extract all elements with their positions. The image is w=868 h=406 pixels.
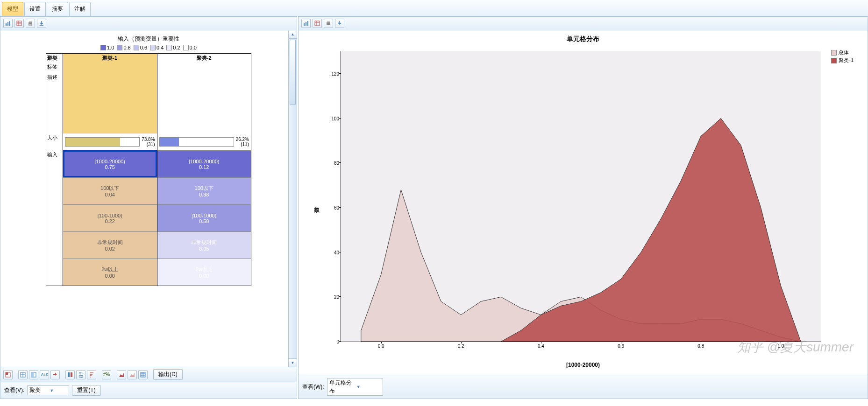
col-header-1[interactable]: 聚类-1: [63, 54, 157, 63]
chart-icon-r[interactable]: [301, 19, 311, 28]
chart-legend-item: 总体: [831, 49, 854, 56]
svg-rect-0: [6, 23, 7, 26]
svg-rect-31: [327, 22, 330, 25]
tab-model[interactable]: 模型: [2, 2, 23, 16]
grid3-icon[interactable]: [138, 370, 148, 379]
legend-swatch: 0.4: [150, 45, 164, 50]
desc-cell-2[interactable]: [157, 73, 251, 133]
table-icon[interactable]: [14, 19, 24, 28]
size-cell-2[interactable]: 26.2%(11): [157, 133, 251, 150]
input-cell[interactable]: 非常规时间0.02: [63, 231, 157, 259]
row-header-desc: 描述: [46, 73, 63, 133]
svg-rect-17: [31, 372, 34, 377]
left-footer-toolbar: A↓Z C1C2 #% 输出(D): [0, 367, 297, 382]
input-cell[interactable]: [1000-20000)0.75: [63, 150, 157, 177]
row-header-cluster: 聚类: [46, 54, 63, 63]
size-n-2: (11): [236, 142, 249, 147]
view-combo-left[interactable]: 聚类▼: [27, 385, 69, 395]
view-label-left: 查看(V):: [4, 386, 24, 394]
svg-rect-18: [68, 372, 70, 377]
left-pane: 输入（预测变量）重要性 1.00.80.60.40.20.0 聚类 聚类-1 聚…: [0, 16, 297, 399]
desc-cell-1[interactable]: [63, 73, 157, 133]
right-pane: 单元格分布 总体聚类-1 频率 0204060801001200.00.20.4…: [298, 16, 868, 399]
area2-icon[interactable]: [128, 370, 137, 379]
input-cell[interactable]: [100-1000)0.50: [157, 204, 251, 231]
label-cell-2[interactable]: [157, 63, 251, 73]
chart-title: 单元格分布: [308, 35, 858, 43]
right-body: 单元格分布 总体聚类-1 频率 0204060801001200.00.20.4…: [299, 30, 868, 375]
export-icon-r[interactable]: [335, 19, 344, 28]
input-cell[interactable]: 2w以上0.00: [63, 259, 157, 286]
tab-annotation[interactable]: 注解: [69, 2, 91, 16]
svg-rect-2: [9, 21, 10, 26]
legend-swatch: 0.0: [183, 45, 197, 50]
left-scrollbar[interactable]: ▲ ▼: [288, 30, 297, 367]
legend-swatch: 1.0: [100, 45, 114, 50]
size-pct-2: 26.2%: [236, 137, 249, 142]
svg-rect-28: [315, 21, 320, 26]
right-bottom-bar: 查看(W): 单元格分布▼: [299, 375, 868, 399]
reset-button[interactable]: 重置(T): [72, 385, 100, 396]
input-cell[interactable]: [100-1000)0.22: [63, 204, 157, 231]
area1-icon[interactable]: [117, 370, 126, 379]
inputs-col-2: [1000-20000)0.12100以下0.38[100-1000)0.50非…: [157, 150, 251, 286]
view-value-left: 聚类: [29, 386, 47, 394]
svg-rect-3: [17, 21, 21, 26]
svg-rect-1: [7, 22, 8, 26]
chart-icon[interactable]: [3, 19, 13, 28]
row-header-input: 输入: [46, 150, 63, 286]
input-cell[interactable]: [1000-20000)0.12: [157, 150, 251, 177]
top-tabs: 模型 设置 摘要 注解: [0, 0, 868, 16]
label-cell-1[interactable]: [63, 63, 157, 73]
percent-icon[interactable]: #%: [102, 370, 111, 379]
chart-xlabel: [1000-20000): [566, 362, 600, 368]
table-icon-r[interactable]: [313, 19, 322, 28]
grid-blue1-icon[interactable]: [18, 370, 28, 379]
grid-blue2-icon[interactable]: [29, 370, 38, 379]
transpose-icon[interactable]: [50, 370, 60, 379]
scroll-down-icon[interactable]: ▼: [289, 358, 297, 367]
cluster-table: 聚类 聚类-1 聚类-2 标签 描述: [46, 53, 251, 286]
svg-rect-27: [307, 21, 308, 26]
chart-area: 单元格分布 总体聚类-1 频率 0204060801001200.00.20.4…: [308, 35, 858, 370]
svg-rect-20: [141, 372, 145, 377]
svg-rect-9: [29, 24, 32, 26]
input-cell[interactable]: 100以下0.38: [157, 177, 251, 204]
legend-swatch: 0.6: [134, 45, 147, 50]
svg-rect-12: [6, 372, 8, 375]
print-icon[interactable]: [26, 19, 35, 28]
row-header-size: 大小: [46, 133, 63, 150]
col-header-2[interactable]: 聚类-2: [157, 54, 251, 63]
legend-swatch: 0.8: [117, 45, 130, 50]
export-icon[interactable]: [37, 19, 46, 28]
view-combo-right[interactable]: 单元格分布▼: [327, 378, 383, 396]
pivot-icon[interactable]: [65, 370, 75, 379]
view-label-right: 查看(W):: [302, 383, 324, 391]
size-n-1: (31): [142, 142, 155, 147]
importance-legend: 1.00.80.60.40.20.0: [46, 45, 251, 50]
right-toolbar: [299, 17, 868, 30]
inputs-col-1: [1000-20000)0.75100以下0.04[100-1000)0.22非…: [63, 150, 157, 286]
left-body: 输入（预测变量）重要性 1.00.80.60.40.20.0 聚类 聚类-1 聚…: [0, 30, 297, 367]
tab-summary[interactable]: 摘要: [47, 2, 68, 16]
size-cell-1[interactable]: 73.8%(31): [63, 133, 157, 150]
input-cell[interactable]: 2w以上0.00: [157, 259, 251, 286]
svg-rect-19: [71, 372, 72, 377]
c1c2-icon[interactable]: C1C2: [76, 370, 85, 379]
chart-plot[interactable]: 0204060801001200.00.20.40.60.81.0: [341, 51, 821, 342]
grid-red-icon[interactable]: [3, 370, 13, 379]
scroll-thumb[interactable]: [290, 40, 296, 105]
tab-settings[interactable]: 设置: [24, 2, 46, 16]
view-value-right: 单元格分布: [329, 379, 354, 395]
input-cell[interactable]: 100以下0.04: [63, 177, 157, 204]
sort-az-icon[interactable]: A↓Z: [40, 370, 49, 379]
print-icon-r[interactable]: [324, 19, 333, 28]
row-header-label: 标签: [46, 63, 63, 73]
input-cell[interactable]: 非常规时间0.05: [157, 231, 251, 259]
svg-rect-25: [304, 23, 305, 26]
output-button[interactable]: 输出(D): [153, 369, 183, 380]
svg-rect-8: [29, 21, 32, 22]
scroll-up-icon[interactable]: ▲: [289, 30, 297, 39]
sort-desc-icon[interactable]: [87, 370, 96, 379]
importance-title: 输入（预测变量）重要性: [46, 35, 251, 43]
